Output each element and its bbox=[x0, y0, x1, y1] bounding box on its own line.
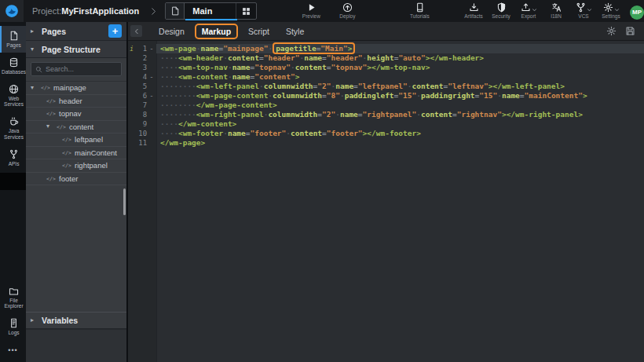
sidebar-item-web-services[interactable]: Web Services bbox=[0, 79, 26, 112]
markup-settings-gear-icon[interactable] bbox=[606, 26, 617, 36]
pages-section-header[interactable]: ▸ Pages + bbox=[26, 22, 126, 41]
code-line-text[interactable]: ········<wm-left-panel·columnwidth="2"·n… bbox=[156, 82, 644, 91]
markup-code-editor[interactable]: i1-<wm-page·name="mainpage"·pagetitle="M… bbox=[128, 41, 644, 362]
sidebar-item-logs[interactable]: Logs bbox=[0, 313, 26, 340]
tool-settings[interactable]: Settings bbox=[601, 2, 621, 20]
add-page-button[interactable]: + bbox=[108, 24, 122, 38]
java-services-icon bbox=[9, 116, 19, 126]
user-avatar[interactable]: MP bbox=[630, 5, 644, 20]
code-token-attr: name bbox=[340, 110, 358, 119]
code-token-val: "topnav" bbox=[331, 63, 368, 71]
code-token-tag: </wm-page> bbox=[160, 138, 205, 147]
toolbar-right-actions: ArtifactsSecurityExportI18NVCSSettings bbox=[463, 2, 627, 20]
page-tab-menu[interactable] bbox=[236, 3, 256, 19]
code-line[interactable]: 6-········<wm-page-content·columnwidth="… bbox=[128, 91, 644, 101]
code-token-tag: <wm-right-panel bbox=[196, 110, 264, 119]
panel-footer-area bbox=[26, 329, 126, 362]
tool-i18n[interactable]: I18N bbox=[546, 2, 566, 20]
code-line[interactable]: 2····<wm-header·content="header"·name="h… bbox=[128, 53, 644, 63]
fold-toggle[interactable]: - bbox=[147, 91, 156, 101]
panel-scrollbar[interactable] bbox=[123, 188, 126, 215]
tool-export[interactable]: Export bbox=[518, 2, 539, 20]
tree-item-mainpage[interactable]: ▾</>mainpage bbox=[26, 82, 126, 95]
page-structure-header[interactable]: ▾ Page Structure bbox=[26, 41, 126, 58]
caret-right-icon: ▸ bbox=[31, 317, 38, 324]
tree-item-label: rightpanel bbox=[75, 161, 108, 170]
code-token-tag: <wm-header bbox=[178, 53, 223, 62]
save-icon[interactable] bbox=[625, 26, 635, 36]
tab-design[interactable]: Design bbox=[152, 24, 192, 38]
tree-item-header[interactable]: </>header bbox=[26, 95, 126, 108]
tool-tutorials[interactable]: Tutorials bbox=[409, 2, 430, 20]
sidebar-item-java-services[interactable]: Java Services bbox=[0, 112, 26, 144]
code-line-text[interactable]: <wm-page·name="mainpage"·pagetitle="Main… bbox=[156, 44, 644, 53]
gutter-line-number: 9 bbox=[135, 119, 147, 129]
editor-tabbar: DesignMarkupScriptStyle bbox=[128, 22, 644, 41]
sidebar-item-apis[interactable]: APIs bbox=[0, 144, 26, 171]
variables-section-header[interactable]: ▸ Variables bbox=[26, 312, 126, 329]
code-token-tag: ></wm-top-nav> bbox=[367, 63, 430, 71]
gutter-line-number: 3 bbox=[135, 63, 147, 72]
page-tab-file[interactable] bbox=[166, 3, 185, 19]
code-line-text[interactable]: ····</wm-content> bbox=[156, 119, 644, 129]
tool-preview[interactable]: Preview bbox=[301, 2, 321, 20]
code-line-text[interactable]: ····<wm-content·name="content"> bbox=[156, 72, 644, 82]
tree-item-rightpanel[interactable]: </>rightpanel bbox=[26, 159, 126, 173]
caret-down-icon[interactable]: ▾ bbox=[46, 123, 53, 130]
code-line[interactable]: 4-····<wm-content·name="content"> bbox=[128, 72, 644, 82]
code-line-text[interactable]: ········<wm-page-content·columnwidth="8"… bbox=[156, 91, 644, 101]
code-token-attr: content bbox=[421, 110, 452, 119]
code-line[interactable]: 11</wm-page> bbox=[128, 138, 644, 148]
more-options-button[interactable]: ••• bbox=[0, 340, 26, 362]
fold-toggle[interactable]: - bbox=[147, 44, 156, 53]
code-line-text[interactable]: ····<wm-top-nav·name="topnav"·content="t… bbox=[156, 63, 644, 72]
code-token-attr: paddingright bbox=[421, 91, 475, 100]
tool-artifacts[interactable]: Artifacts bbox=[463, 2, 484, 20]
tree-item-topnav[interactable]: </>topnav bbox=[26, 108, 126, 121]
code-line[interactable]: 7········</wm-page-content> bbox=[128, 101, 644, 110]
code-line-text[interactable]: </wm-page> bbox=[156, 138, 644, 148]
structure-search-input[interactable]: Search... bbox=[31, 62, 122, 76]
code-line-text[interactable]: ········<wm-right-panel·columnwidth="2"·… bbox=[156, 110, 644, 119]
caret-down-icon[interactable]: ▾ bbox=[31, 85, 38, 91]
variables-section-title: Variables bbox=[42, 316, 78, 325]
app-logo[interactable] bbox=[0, 0, 24, 22]
tree-item-leftpanel[interactable]: </>leftpanel bbox=[26, 133, 126, 147]
page-tab-label[interactable]: Main bbox=[185, 3, 236, 19]
project-name: MyFirstApplication bbox=[61, 6, 139, 16]
code-line-text[interactable]: ····<wm-header·content="header"·name="he… bbox=[156, 53, 644, 63]
tree-item-mainContent[interactable]: </>mainContent bbox=[26, 147, 126, 160]
tab-style[interactable]: Style bbox=[279, 24, 311, 38]
workspace: PagesDatabasesWeb ServicesJava ServicesA… bbox=[0, 22, 644, 362]
tab-markup[interactable]: Markup bbox=[196, 25, 236, 38]
tool-icon-row bbox=[496, 2, 507, 13]
code-line[interactable]: 9····</wm-content> bbox=[128, 119, 644, 129]
code-line[interactable]: i1-<wm-page·name="mainpage"·pagetitle="M… bbox=[128, 44, 644, 53]
tree-item-footer[interactable]: </>footer bbox=[26, 173, 126, 186]
tool-security[interactable]: Security bbox=[491, 2, 511, 20]
code-line[interactable]: 3····<wm-top-nav·name="topnav"·content="… bbox=[128, 63, 644, 72]
code-line[interactable]: 8········<wm-right-panel·columnwidth="2"… bbox=[128, 110, 644, 119]
code-line[interactable]: 5········<wm-left-panel·columnwidth="2"·… bbox=[128, 82, 644, 91]
code-token-attr: name bbox=[201, 44, 219, 53]
sidebar-item-databases[interactable]: Databases bbox=[0, 53, 26, 79]
sidebar-item-pages[interactable]: Pages bbox=[0, 26, 26, 53]
sidebar-item-file-explorer[interactable]: File Explorer bbox=[0, 281, 26, 314]
sidebar-item-label: Databases bbox=[2, 69, 26, 75]
tab-script[interactable]: Script bbox=[241, 24, 276, 38]
collapse-panel-button[interactable] bbox=[130, 25, 142, 37]
code-token-val: "mainpage" bbox=[223, 44, 268, 53]
tree-item-content[interactable]: ▾</>content bbox=[26, 121, 126, 134]
tool-icon-row bbox=[576, 2, 592, 13]
open-page-tab[interactable]: Main bbox=[165, 2, 257, 20]
project-breadcrumb: Project:MyFirstApplication bbox=[32, 6, 139, 16]
left-rail-spacer bbox=[0, 190, 26, 281]
code-line[interactable]: 10····<wm-footer·name="footer"·content="… bbox=[128, 129, 644, 138]
code-line-text[interactable]: ····<wm-footer·name="footer"·content="fo… bbox=[156, 129, 644, 138]
databases-icon bbox=[9, 57, 19, 68]
tree-item-label: mainpage bbox=[53, 83, 86, 92]
tool-vcs[interactable]: VCS bbox=[573, 2, 594, 20]
fold-toggle[interactable]: - bbox=[147, 72, 156, 82]
code-line-text[interactable]: ········</wm-page-content> bbox=[156, 101, 644, 110]
tool-deploy[interactable]: Deploy bbox=[337, 2, 357, 20]
